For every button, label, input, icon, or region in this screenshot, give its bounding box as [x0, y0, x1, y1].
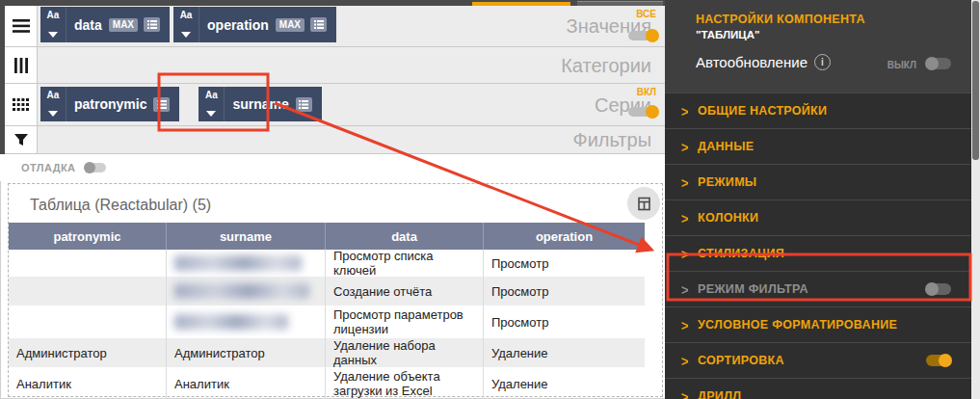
chip-surname-left: Aa — [199, 87, 225, 121]
list-badge-icon[interactable] — [153, 97, 170, 112]
chevron-right-icon: > — [681, 102, 689, 119]
settings-title: НАСТРОЙКИ КОМПОНЕНТА — [696, 13, 865, 26]
settings-section-дрилл[interactable]: >ДРИЛЛ — [665, 378, 980, 399]
table-cell — [9, 250, 167, 277]
type-badge: Aa — [47, 91, 60, 100]
table-cell: Аналитик — [167, 367, 326, 399]
column-header-operation[interactable]: operation — [484, 223, 645, 250]
settings-sections: >ОБЩИЕ НАСТРОЙКИ>ДАННЫЕ>РЕЖИМЫ>КОЛОНКИ>С… — [665, 93, 980, 399]
table-cell: Удаление набора данных — [326, 338, 484, 367]
table-row: Создание отчётаПросмотр — [9, 277, 645, 306]
chip-field-name: operation — [207, 17, 269, 33]
settings-section-режим-фильтра[interactable]: >РЕЖИМ ФИЛЬТРА — [665, 271, 980, 306]
section-label: РЕЖИМЫ — [698, 175, 756, 189]
table-cell: Создание отчёта — [326, 277, 484, 306]
chip-operation-body: operation MAX — [199, 7, 336, 42]
categories-row-label: Категории — [561, 54, 651, 76]
settings-section-стилизация[interactable]: >СТИЛИЗАЦИЯ — [665, 235, 980, 271]
table-cell: Аналитик — [9, 367, 167, 399]
redacted-blur — [174, 283, 309, 299]
columns-icon[interactable] — [5, 47, 38, 83]
filters-row-label: Фильтры — [572, 129, 651, 151]
settings-subtitle: "ТАБЛИЦА" — [696, 29, 760, 40]
section-label: СТИЛИЗАЦИЯ — [698, 247, 784, 260]
chevron-right-icon: > — [681, 173, 689, 190]
table-row: АналитикАналитикУдаление объекта загрузк… — [9, 367, 645, 399]
series-state-badge: ВКЛ — [637, 87, 656, 97]
table-cell: Администратор — [9, 338, 167, 367]
filter-icon[interactable] — [5, 126, 38, 153]
settings-section-условное-форматирование[interactable]: >УСЛОВНОЕ ФОРМАТИРОВАНИЕ — [665, 306, 980, 342]
list-badge-icon[interactable] — [144, 17, 160, 32]
table-cell — [9, 306, 167, 338]
column-header-patronymic[interactable]: patronymic — [9, 223, 167, 250]
list-badge-icon[interactable] — [296, 97, 312, 112]
pivot-row-values: Aa data MAX Aa — [0, 6, 665, 47]
chevron-right-icon: > — [681, 387, 689, 399]
table-cell: Просмотр — [484, 277, 645, 306]
type-badge: Aa — [180, 11, 193, 20]
chip-field-name: patronymic — [74, 96, 146, 112]
settings-section-общие-настройки[interactable]: >ОБЩИЕ НАСТРОЙКИ — [665, 93, 980, 128]
toggle-knob — [646, 29, 659, 42]
toggle-knob — [925, 57, 939, 70]
table-cell: Администратор — [167, 338, 326, 367]
pivot-config-area: Aa data MAX Aa — [0, 6, 665, 154]
chip-patronymic[interactable]: Aa patronymic — [40, 87, 179, 121]
toggle-knob — [646, 105, 659, 119]
hamburger-icon[interactable] — [5, 6, 38, 46]
table-cell: Просмотр списка ключей — [326, 250, 484, 277]
chip-operation[interactable]: Aa operation MAX — [173, 7, 336, 42]
column-header-data[interactable]: data — [326, 223, 484, 250]
redacted-cell — [167, 277, 326, 306]
table-row: Просмотр параметров лицензииПросмотр — [9, 306, 645, 338]
scrollbar-track[interactable] — [971, 0, 980, 399]
chip-operation-left: Aa — [173, 7, 199, 42]
redacted-blur — [174, 255, 302, 271]
scrollbar-thumb[interactable] — [972, 1, 979, 160]
settings-section-колонки[interactable]: >КОЛОНКИ — [665, 200, 980, 235]
section-label: СОРТИРОВКА — [698, 354, 784, 367]
table-cell: Удаление — [484, 367, 645, 399]
chevron-down-icon[interactable] — [48, 111, 58, 117]
table-scroll-icon[interactable] — [627, 187, 660, 220]
autorefresh-toggle[interactable] — [926, 58, 951, 69]
chip-patronymic-left: Aa — [40, 87, 66, 121]
debug-row: ОТЛАДКА — [0, 154, 665, 181]
grid-icon[interactable] — [5, 84, 38, 125]
chip-surname[interactable]: Aa surname — [199, 87, 321, 121]
redacted-blur — [174, 314, 288, 330]
settings-section-данные[interactable]: >ДАННЫЕ — [665, 128, 980, 164]
toggle-knob — [84, 162, 95, 173]
table-cell: Просмотр параметров лицензии — [326, 306, 484, 338]
settings-section-режимы[interactable]: >РЕЖИМЫ — [665, 164, 980, 200]
section-toggle[interactable] — [926, 355, 951, 366]
chevron-down-icon[interactable] — [181, 32, 191, 38]
settings-section-сортировка[interactable]: >СОРТИРОВКА — [665, 342, 980, 378]
table-cell — [9, 277, 167, 306]
section-toggle[interactable] — [926, 283, 951, 295]
section-label: УСЛОВНОЕ ФОРМАТИРОВАНИЕ — [698, 318, 897, 332]
chevron-down-icon[interactable] — [206, 111, 216, 117]
settings-header: НАСТРОЙКИ КОМПОНЕНТА "ТАБЛИЦА" Автообнов… — [665, 0, 980, 93]
chevron-right-icon: > — [681, 352, 689, 368]
chip-field-name: surname — [232, 96, 288, 112]
table-title: Таблица (Reactabular) (5) — [30, 197, 211, 214]
chip-surname-body: surname — [225, 87, 321, 121]
chip-data[interactable]: Aa data MAX — [40, 7, 170, 42]
aggregation-badge: MAX — [276, 18, 305, 32]
column-header-surname[interactable]: surname — [167, 223, 326, 250]
chip-field-name: data — [74, 17, 102, 33]
debug-toggle[interactable] — [85, 163, 106, 173]
list-badge-icon[interactable] — [310, 17, 327, 32]
redacted-cell — [167, 250, 326, 277]
chevron-down-icon[interactable] — [48, 32, 58, 38]
info-icon[interactable] — [814, 54, 831, 70]
pivot-row-categories: Категории — [0, 47, 665, 84]
chevron-right-icon: > — [681, 209, 689, 226]
series-toggle[interactable] — [628, 107, 657, 117]
values-toggle[interactable] — [628, 31, 657, 40]
type-badge: Aa — [205, 91, 218, 100]
section-label: ДАННЫЕ — [698, 140, 754, 153]
pivot-row-filters: Фильтры — [0, 126, 665, 154]
